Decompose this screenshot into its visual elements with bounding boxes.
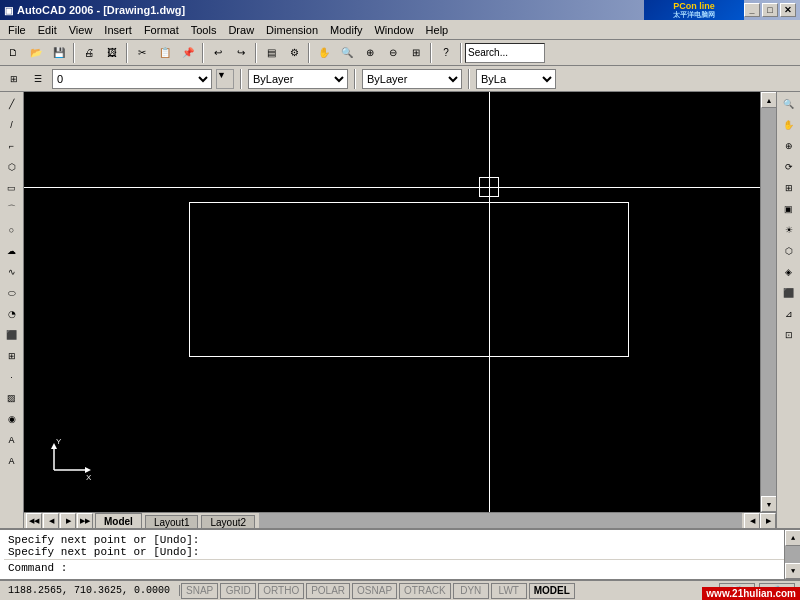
drawing-row: ╱ / ⌐ ⬡ ▭ ⌒ ○ ☁ ∿ ⬭ ◔ ⬛ ⊞ · ▨ ◉ A A [0,92,800,528]
draw-pline-button[interactable]: ⌐ [2,136,22,156]
point-button[interactable]: · [2,367,22,387]
help-button[interactable]: ? [435,42,457,64]
draw-rect-button[interactable]: ▭ [2,178,22,198]
draw-ellipse-button[interactable]: ⬭ [2,283,22,303]
model-button[interactable]: MODEL [529,583,575,599]
zoom-extents-button[interactable]: ⊞ [405,42,427,64]
zoom-in-button[interactable]: 🔍 [779,94,799,114]
lineweight-select[interactable]: ByLa [476,69,556,89]
properties-button[interactable]: ▤ [260,42,282,64]
new-button[interactable]: 🗋 [2,42,24,64]
text-button[interactable]: A [2,430,22,450]
3d-orbit-button[interactable]: ⟳ [779,157,799,177]
hscroll-left-button[interactable]: ◀ [744,513,760,529]
search-field[interactable]: Search... [465,43,545,63]
snap-button[interactable]: SNAP [181,583,218,599]
draw-ray-button[interactable]: / [2,115,22,135]
menu-draw[interactable]: Draw [222,22,260,38]
menu-edit[interactable]: Edit [32,22,63,38]
maximize-button[interactable]: □ [762,3,778,17]
layer-state-button[interactable]: ☰ [28,68,48,90]
lwt-button[interactable]: LWT [491,583,527,599]
copy-button[interactable]: 📋 [154,42,176,64]
zoom-prev-button[interactable]: ⊖ [382,42,404,64]
insert-block-button[interactable]: ⬛ [2,325,22,345]
tab-model[interactable]: Model [95,513,142,529]
polar-button[interactable]: POLAR [306,583,350,599]
draw-spline-button[interactable]: ∿ [2,262,22,282]
viewports-button[interactable]: ⊞ [779,178,799,198]
pan-button[interactable]: ✋ [313,42,335,64]
otrack-button[interactable]: OTRACK [399,583,451,599]
tab-layout1[interactable]: Layout1 [145,515,199,529]
matchprop-button[interactable]: ⚙ [283,42,305,64]
layer-dropdown-btn[interactable]: ▼ [216,69,234,89]
tab-layout2[interactable]: Layout2 [201,515,255,529]
linetype-select[interactable]: ByLayer [362,69,462,89]
menu-modify[interactable]: Modify [324,22,368,38]
draw-revision-button[interactable]: ☁ [2,241,22,261]
pan-rt-button[interactable]: ✋ [779,115,799,135]
close-button[interactable]: ✕ [780,3,796,17]
draw-polygon-button[interactable]: ⬡ [2,157,22,177]
paste-button[interactable]: 📌 [177,42,199,64]
mtext-button[interactable]: A [2,451,22,471]
dyn-button[interactable]: DYN [453,583,489,599]
vscroll-up-button[interactable]: ▲ [761,92,777,108]
draw-arc-button[interactable]: ⌒ [2,199,22,219]
redo-button[interactable]: ↪ [230,42,252,64]
draw-line-button[interactable]: ╱ [2,94,22,114]
save-button[interactable]: 💾 [48,42,70,64]
orbit-button[interactable]: ⊕ [779,136,799,156]
open-button[interactable]: 📂 [25,42,47,64]
app-icon: ▣ [4,5,13,16]
osnap-button[interactable]: OSNAP [352,583,397,599]
zoom-realtime-button[interactable]: 🔍 [336,42,358,64]
tab-last-button[interactable]: ▶▶ [77,513,93,529]
named-ucs-button[interactable]: ⊡ [779,325,799,345]
hatch-button[interactable]: ▨ [2,388,22,408]
vscroll-track[interactable] [761,108,776,496]
zoom-window-button[interactable]: ⊕ [359,42,381,64]
ucs-button[interactable]: ⊿ [779,304,799,324]
cmd-scroll-up[interactable]: ▲ [785,530,800,546]
drawing-canvas[interactable]: Y X [24,92,760,512]
canvas-row: Y X ▲ ▼ [24,92,776,512]
menu-window[interactable]: Window [368,22,419,38]
menu-insert[interactable]: Insert [98,22,138,38]
menu-tools[interactable]: Tools [185,22,223,38]
make-block-button[interactable]: ⊞ [2,346,22,366]
layer-manager-button[interactable]: ⊞ [4,68,24,90]
vscroll-down-button[interactable]: ▼ [761,496,777,512]
command-input-area[interactable]: Command : [4,559,796,577]
render-button[interactable]: ▣ [779,199,799,219]
draw-ellipsearc-button[interactable]: ◔ [2,304,22,324]
hscroll-track[interactable] [259,513,742,529]
menu-file[interactable]: File [2,22,32,38]
undo-button[interactable]: ↩ [207,42,229,64]
hscroll-right-button[interactable]: ▶ [760,513,776,529]
light-button[interactable]: ☀ [779,220,799,240]
region-button[interactable]: ◉ [2,409,22,429]
scene-button[interactable]: ⬡ [779,241,799,261]
color-select[interactable]: ByLayer [248,69,348,89]
tab-next-button[interactable]: ▶ [60,513,76,529]
menu-dimension[interactable]: Dimension [260,22,324,38]
cmd-scroll-down[interactable]: ▼ [785,563,800,579]
menu-view[interactable]: View [63,22,99,38]
texture-button[interactable]: ⬛ [779,283,799,303]
menu-format[interactable]: Format [138,22,185,38]
tab-first-button[interactable]: ◀◀ [26,513,42,529]
menu-help[interactable]: Help [420,22,455,38]
tab-prev-button[interactable]: ◀ [43,513,59,529]
cmd-scroll-track[interactable] [785,546,800,563]
draw-circle-button[interactable]: ○ [2,220,22,240]
ortho-button[interactable]: ORTHO [258,583,304,599]
material-button[interactable]: ◈ [779,262,799,282]
minimize-button[interactable]: _ [744,3,760,17]
cut-button[interactable]: ✂ [131,42,153,64]
grid-button[interactable]: GRID [220,583,256,599]
print-button[interactable]: 🖨 [78,42,100,64]
print-preview-button[interactable]: 🖼 [101,42,123,64]
layer-select[interactable]: 0 [52,69,212,89]
